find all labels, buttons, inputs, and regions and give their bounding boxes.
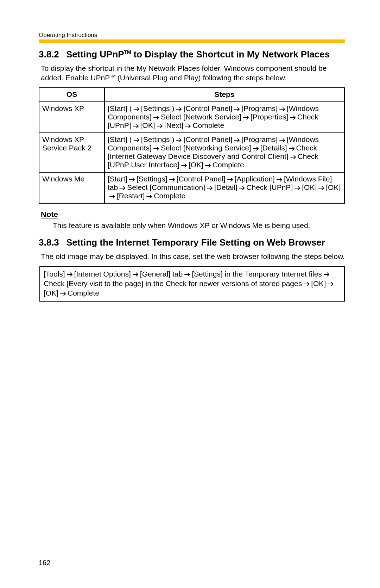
arrow-icon (293, 186, 302, 191)
step-text: [Settings]) (141, 135, 175, 143)
step-text: [Start] (108, 175, 127, 183)
step-text: [Programs] (241, 104, 278, 112)
arrow-icon (203, 163, 213, 168)
arrow-icon (183, 124, 192, 129)
step-text: [Restart] (117, 192, 145, 200)
arrow-icon (288, 115, 297, 120)
step-text: [Properties] (251, 113, 288, 121)
arrow-icon (155, 124, 164, 129)
arrow-icon (167, 177, 177, 182)
arrow-icon (232, 138, 241, 143)
running-header: Operating Instructions (39, 32, 345, 39)
step-text: Select [Communication] (127, 183, 205, 191)
arrow-icon (226, 177, 235, 182)
arrow-icon (152, 115, 161, 120)
arrow-icon (289, 155, 298, 160)
trademark-icon: TM (124, 49, 131, 55)
step-text: [OK] (189, 161, 203, 169)
step-text: [Control Panel] (177, 175, 226, 183)
step-text: [Tools] (44, 270, 65, 278)
section-382-intro: To display the shortcut in the My Networ… (41, 63, 345, 83)
step-text: [OK] (326, 183, 341, 191)
steps-table: OS Steps Windows XP[Start] ([Settings])[… (39, 87, 345, 204)
step-text: Check [Every visit to the page] in the C… (44, 279, 302, 287)
arrow-icon (174, 107, 183, 112)
step-text: Select [Networking Service] (161, 144, 251, 152)
steps-cell: [Start] ([Settings])[Control Panel][Prog… (104, 133, 344, 172)
arrow-icon (132, 107, 141, 112)
arrow-icon (127, 177, 137, 182)
section-number: 3.8.3 (39, 237, 66, 248)
arrow-icon (237, 186, 246, 191)
step-text: [Settings] (137, 175, 167, 183)
arrow-icon (205, 186, 214, 191)
os-cell: Windows XP (39, 102, 104, 133)
os-cell: Windows Me (39, 172, 104, 203)
arrow-icon (108, 194, 117, 199)
note-heading: Note (41, 210, 345, 219)
arrow-icon (326, 281, 335, 286)
table-row: Windows Me[Start][Settings][Control Pane… (39, 172, 344, 203)
table-header-os: OS (39, 88, 104, 102)
step-text: [Next] (164, 121, 184, 129)
step-text: Select [Network Service] (161, 113, 241, 121)
step-text: [OK] (302, 183, 317, 191)
arrow-icon (275, 177, 284, 182)
arrow-icon (302, 281, 311, 286)
step-text: Complete (192, 121, 224, 129)
step-text: [Application] (235, 175, 275, 183)
arrow-icon (232, 107, 241, 112)
arrow-icon (278, 138, 287, 143)
section-title: Setting UPnPTM to Display the Shortcut i… (66, 49, 345, 60)
arrow-icon (58, 291, 68, 296)
arrow-icon (251, 146, 260, 151)
arrow-icon (179, 163, 189, 168)
step-text: Check [UPnP] (246, 183, 293, 191)
step-text: [Settings]) (141, 104, 175, 112)
arrow-icon (241, 115, 251, 120)
browser-steps-box: [Tools][Internet Options][General] tab[S… (39, 266, 345, 302)
trademark-icon: TM (110, 74, 115, 78)
step-text: Complete (154, 192, 185, 200)
note-text: This feature is available only when Wind… (53, 221, 345, 230)
arrow-icon (287, 146, 296, 151)
steps-cell: [Start] ([Settings])[Control Panel][Prog… (104, 102, 344, 133)
step-text: [Detail] (214, 183, 237, 191)
arrow-icon (118, 186, 127, 191)
os-cell: Windows XP Service Pack 2 (39, 133, 104, 172)
section-heading-383: 3.8.3 Setting the Internet Temporary Fil… (39, 237, 345, 248)
step-text: Complete (68, 289, 99, 297)
step-text: [Start] ( (108, 135, 132, 143)
section-title: Setting the Internet Temporary File Sett… (66, 237, 345, 248)
step-text: [Start] ( (108, 104, 132, 112)
section-heading-382: 3.8.2 Setting UPnPTM to Display the Shor… (39, 49, 345, 60)
section-number: 3.8.2 (39, 49, 66, 60)
step-text: [Details] (260, 144, 287, 152)
arrow-icon (131, 124, 140, 129)
arrow-icon (322, 272, 331, 277)
arrow-icon (145, 194, 154, 199)
arrow-icon (131, 272, 140, 277)
step-text: [Control Panel] (183, 104, 232, 112)
arrow-icon (152, 146, 161, 151)
arrow-icon (278, 107, 287, 112)
arrow-icon (174, 138, 183, 143)
section-383-intro: The old image may be displayed. In this … (41, 252, 345, 261)
step-text: [OK] (140, 121, 155, 129)
table-row: Windows XP Service Pack 2[Start] ([Setti… (39, 133, 344, 172)
table-row: Windows XP[Start] ([Settings])[Control P… (39, 102, 344, 133)
page-number: 162 (39, 559, 50, 567)
step-text: [General] tab (140, 270, 183, 278)
step-text: [Control Panel] (183, 135, 232, 143)
arrow-icon (183, 272, 192, 277)
arrow-icon (65, 272, 74, 277)
header-rule (39, 39, 345, 43)
step-text: [Internet Options] (74, 270, 131, 278)
arrow-icon (132, 138, 141, 143)
table-header-steps: Steps (104, 88, 344, 102)
steps-cell: [Start][Settings][Control Panel][Applica… (104, 172, 344, 203)
step-text: Complete (213, 161, 244, 169)
arrow-icon (317, 186, 326, 191)
step-text: [Programs] (241, 135, 278, 143)
step-text: [OK] (44, 289, 58, 297)
